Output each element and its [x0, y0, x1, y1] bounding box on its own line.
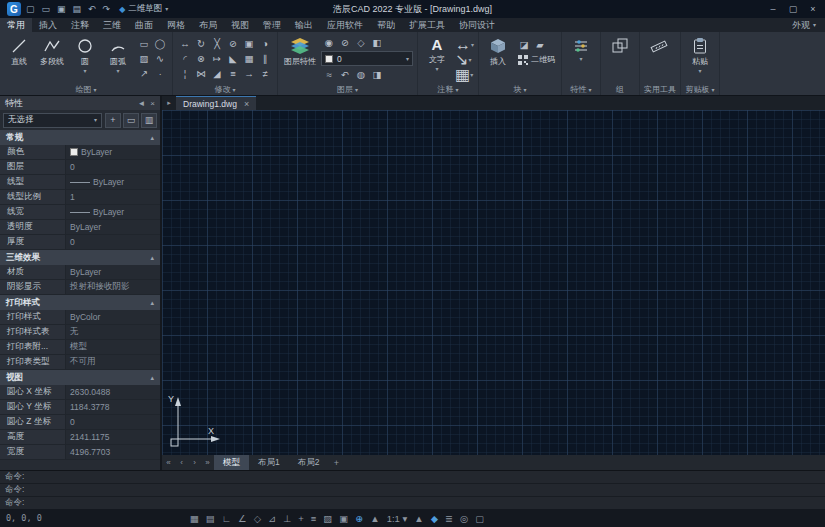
utilities-group-label[interactable]: 实用工具: [644, 84, 676, 95]
move-icon[interactable]: ↔: [177, 36, 193, 51]
section-header-general[interactable]: 常规 ▴: [0, 130, 160, 145]
property-row[interactable]: 高度 2141.1175: [0, 430, 160, 445]
rotate-icon[interactable]: ↻: [193, 36, 209, 51]
clean-screen-icon[interactable]: ▢: [475, 513, 484, 524]
user-presence-icon[interactable]: ◆: [431, 513, 438, 524]
property-row[interactable]: 打印表附... 模型: [0, 340, 160, 355]
property-value[interactable]: 0: [66, 160, 160, 174]
auto-scale-icon[interactable]: ▲: [414, 513, 423, 524]
add-layout-button[interactable]: +: [328, 458, 344, 468]
layout-tab[interactable]: 布局2: [289, 455, 329, 470]
ribbon-tab[interactable]: 输出: [288, 18, 320, 32]
undo-icon[interactable]: ↶: [88, 4, 96, 14]
property-row[interactable]: 阴影显示 投射和接收阴影: [0, 280, 160, 295]
property-value[interactable]: 无: [66, 325, 160, 339]
layer-match-icon[interactable]: ≈: [321, 67, 337, 82]
modify-group-label[interactable]: 修改 ▾: [177, 84, 273, 95]
drawing-canvas[interactable]: Y X: [162, 110, 825, 455]
scale-icon[interactable]: ◣: [225, 51, 241, 66]
trim-icon[interactable]: ╳: [209, 36, 225, 51]
transparency-icon[interactable]: ▨: [323, 513, 332, 524]
auto-hide-icon[interactable]: ◄: [137, 99, 145, 108]
property-value[interactable]: ByLayer: [66, 175, 160, 189]
property-value[interactable]: ByLayer: [66, 205, 160, 219]
toggle-pickadd-icon[interactable]: +: [105, 113, 121, 128]
restore-button[interactable]: ▢: [783, 1, 803, 17]
circle-button[interactable]: 圆 ▾: [70, 34, 100, 74]
array-icon[interactable]: ▦: [241, 51, 257, 66]
workspace-switcher[interactable]: ◆ 二维草图 ▾: [119, 3, 168, 15]
property-row[interactable]: 打印样式 ByColor: [0, 310, 160, 325]
snap-grid-icon[interactable]: ▦: [190, 513, 199, 524]
ribbon-tab[interactable]: 曲面: [128, 18, 160, 32]
erase-icon[interactable]: ⊘: [225, 36, 241, 51]
ribbon-tab[interactable]: 布局: [192, 18, 224, 32]
tab-close-icon[interactable]: ×: [244, 99, 249, 109]
point-icon[interactable]: ∙: [152, 66, 168, 81]
annotation-visibility-icon[interactable]: ▲: [370, 513, 379, 524]
property-row[interactable]: 颜色 ByLayer: [0, 145, 160, 160]
last-layout-icon[interactable]: »: [201, 458, 214, 467]
hatch-icon[interactable]: ▨: [136, 51, 152, 66]
lineweight-icon[interactable]: ≡: [311, 513, 317, 524]
ray-icon[interactable]: ↗: [136, 66, 152, 81]
properties-group-label[interactable]: 特性 ▾: [566, 84, 596, 95]
chamfer-icon[interactable]: ◢: [209, 66, 225, 81]
polyline-button[interactable]: 多段线: [37, 34, 67, 67]
layer-off-icon[interactable]: ⊘: [337, 35, 353, 50]
layer-select[interactable]: 0 ▾: [321, 51, 413, 66]
ribbon-tab[interactable]: 协同设计: [452, 18, 502, 32]
delete-duplicate-icon[interactable]: ≠: [257, 66, 273, 81]
property-value[interactable]: 4196.7703: [66, 445, 160, 459]
ribbon-tab[interactable]: 应用软件: [320, 18, 370, 32]
object-snap-icon[interactable]: ◇: [254, 513, 261, 524]
property-row[interactable]: 圆心 Z 坐标 0: [0, 415, 160, 430]
explode-icon[interactable]: ⊗: [193, 51, 209, 66]
ribbon-tab[interactable]: 帮助: [370, 18, 402, 32]
property-row[interactable]: 线型 ByLayer: [0, 175, 160, 190]
next-layout-icon[interactable]: ›: [188, 458, 201, 467]
layout-tab[interactable]: 模型: [214, 455, 249, 470]
ribbon-tab[interactable]: 视图: [224, 18, 256, 32]
tab-scroll-icon[interactable]: ▸: [162, 96, 176, 110]
close-button[interactable]: ×: [803, 1, 823, 17]
property-value[interactable]: 1184.3778: [66, 400, 160, 414]
group-button[interactable]: [605, 34, 635, 55]
ribbon-tab[interactable]: 注释: [64, 18, 96, 32]
property-row[interactable]: 打印样式表 无: [0, 325, 160, 340]
lengthen-icon[interactable]: →: [241, 66, 257, 81]
ribbon-tab[interactable]: 扩展工具: [402, 18, 452, 32]
property-row[interactable]: 透明度 ByLayer: [0, 220, 160, 235]
group-group-label[interactable]: 组: [605, 84, 635, 95]
isolate-objects-icon[interactable]: ◎: [460, 513, 468, 524]
new-file-icon[interactable]: ▢: [26, 4, 35, 14]
line-button[interactable]: 直线: [4, 34, 34, 67]
layer-previous-icon[interactable]: ↶: [337, 67, 353, 82]
qrcode-button[interactable]: 二维码: [516, 52, 557, 67]
palette-close-icon[interactable]: ×: [150, 99, 155, 108]
property-value[interactable]: 0: [66, 235, 160, 249]
table-icon[interactable]: ▦: [455, 65, 470, 84]
property-value[interactable]: ByLayer: [66, 220, 160, 234]
align-icon[interactable]: ≡: [225, 66, 241, 81]
property-row[interactable]: 线型比例 1: [0, 190, 160, 205]
property-row[interactable]: 打印表类型 不可用: [0, 355, 160, 370]
print-icon[interactable]: ▤: [73, 4, 82, 14]
layer-group-label[interactable]: 图层 ▾: [282, 84, 413, 95]
block-edit-icon[interactable]: ▰: [532, 37, 548, 52]
layer-freeze-icon[interactable]: ◇: [353, 35, 369, 50]
property-value[interactable]: ByLayer: [66, 145, 160, 159]
property-row[interactable]: 圆心 X 坐标 2630.0488: [0, 385, 160, 400]
selection-type-select[interactable]: 无选择 ▾: [3, 113, 102, 128]
property-row[interactable]: 材质 ByLayer: [0, 265, 160, 280]
copy-icon[interactable]: ▣: [241, 36, 257, 51]
mirror-icon[interactable]: ◑: [257, 36, 273, 51]
annotation-scale-display[interactable]: 1:1 ▾: [387, 513, 408, 524]
ortho-icon[interactable]: ∟: [222, 513, 231, 524]
paste-button[interactable]: 粘贴 ▾: [685, 34, 715, 74]
ribbon-tab[interactable]: 常用: [0, 18, 32, 32]
properties-button[interactable]: ▾: [566, 34, 596, 62]
ribbon-tab[interactable]: 管理: [256, 18, 288, 32]
section-header-plot-style[interactable]: 打印样式 ▴: [0, 295, 160, 310]
block-group-label[interactable]: 块 ▾: [483, 84, 557, 95]
